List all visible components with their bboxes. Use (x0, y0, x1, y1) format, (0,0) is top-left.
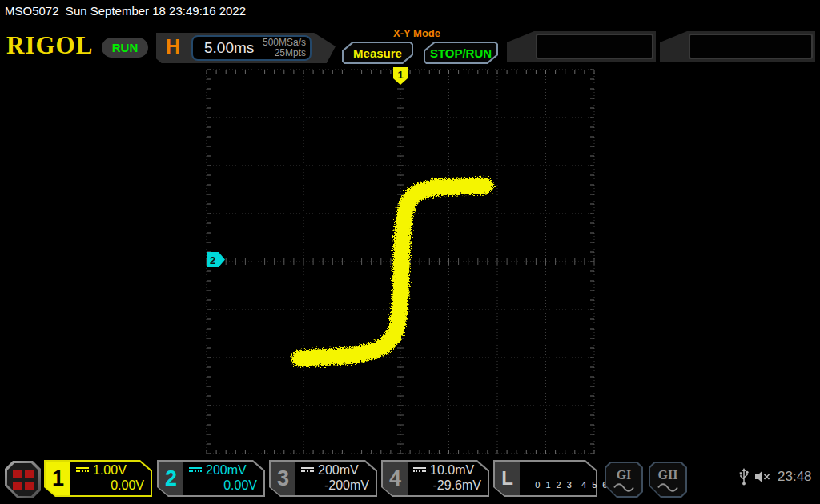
channel2-badge[interactable]: 2 200mV 0.00V (157, 460, 265, 497)
rigol-logo: RIGOL (6, 31, 93, 60)
toolbar-placeholder-panel-2-inner (689, 34, 813, 59)
measure-button-label: Measure (344, 43, 412, 62)
xy-mode-label: X-Y Mode (375, 27, 459, 39)
xy-trace (299, 186, 485, 358)
channel2-number: 2 (159, 462, 183, 495)
speaker-muted-icon (754, 470, 771, 483)
measure-button[interactable]: Measure (342, 42, 413, 64)
channel1-offset: 0.00V (111, 478, 144, 493)
menu-grid-icon (13, 470, 34, 490)
sample-rate: 500MSa/s (263, 37, 306, 48)
status-icon-tray: 23:48 (738, 467, 812, 486)
channel2-scale: 200mV (206, 463, 247, 478)
horizontal-h-icon: H (166, 35, 180, 58)
timebase-value: 5.00ms (204, 39, 254, 57)
toolbar-placeholder-panel-1 (507, 31, 656, 62)
channel4-badge[interactable]: 4 10.0mV -29.6mV (381, 460, 489, 497)
generator2-label: GII (658, 468, 678, 482)
channel4-scale: 10.0mV (430, 463, 474, 478)
channel2-offset: 0.00V (223, 478, 257, 493)
dc-coupling-icon (76, 467, 89, 474)
horizontal-settings-panel[interactable]: H 5.00ms 500MSa/s 25Mpts (156, 33, 336, 63)
usb-icon (738, 467, 750, 486)
status-bar-title: MSO5072 Sun September 18 23:49:16 2022 (5, 4, 246, 18)
xy-display-area: 12 (207, 70, 594, 454)
generator1-label: GI (617, 468, 632, 482)
sine-wave-icon (657, 483, 678, 492)
logic-channels-badge[interactable]: L 0 1 2 3 4 5 6 7 8 9 1011 12131415 (493, 460, 597, 497)
toolbar-placeholder-panel-2 (660, 31, 815, 62)
generator2-button[interactable]: GII (649, 462, 687, 498)
stop-run-button[interactable]: STOP/RUN (424, 42, 498, 64)
main-menu-button[interactable] (5, 461, 41, 498)
channel3-number: 3 (271, 462, 295, 495)
channel4-offset: -29.6mV (433, 478, 481, 493)
acquisition-state-badge: RUN (102, 38, 148, 58)
xy-display-svg: 12 (207, 70, 594, 454)
channel1-number: 1 (46, 462, 70, 495)
clock: 23:48 (778, 469, 812, 485)
channel3-scale: 200mV (318, 463, 359, 478)
generator1-button[interactable]: GI (605, 462, 643, 498)
logic-badge-letter: L (495, 462, 520, 495)
channel1-badge[interactable]: 1 1.00V 0.00V (44, 460, 152, 497)
dc-coupling-icon (413, 467, 426, 474)
memory-depth: 25Mpts (275, 47, 306, 58)
channel3-badge[interactable]: 3 200mV -200mV (269, 460, 377, 497)
channel3-offset: -200mV (324, 478, 369, 493)
sine-wave-icon (613, 483, 634, 492)
timebase-box[interactable]: 5.00ms 500MSa/s 25Mpts (191, 35, 312, 61)
dc-coupling-icon (301, 467, 314, 474)
channel1-scale: 1.00V (93, 463, 127, 478)
ch1-marker-label: 1 (397, 69, 403, 81)
channel4-number: 4 (383, 462, 408, 495)
dc-coupling-icon (189, 467, 202, 474)
toolbar-placeholder-panel-1-inner (536, 34, 653, 59)
ch2-marker-label: 2 (210, 254, 215, 266)
stop-run-button-label: STOP/RUN (425, 43, 496, 62)
